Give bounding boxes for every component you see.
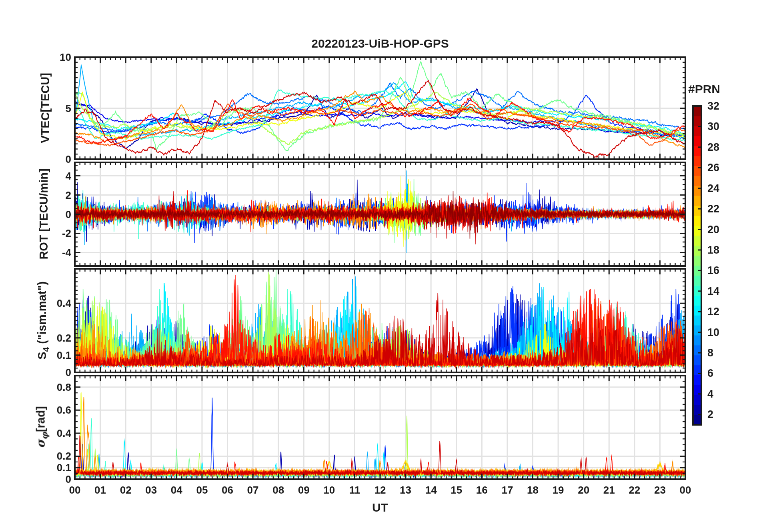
x-tick-label: 09 [298, 484, 310, 496]
x-tick-label: 23 [654, 484, 666, 496]
x-tick-label: 07 [247, 484, 259, 496]
x-tick-label: 06 [222, 484, 233, 496]
y-tick-label: 0 [66, 208, 71, 220]
gps-scintillation-figure: 20220123-UiB-HOP-GPS VTEC[TECU] ROT [TEC… [0, 0, 761, 532]
colorbar-tick-label: 30 [707, 120, 719, 133]
x-tick-label: 20 [578, 484, 589, 496]
x-axis-label: UT [372, 501, 388, 514]
colorbar-tick-label: 24 [707, 182, 719, 194]
colorbar-title: #PRN [688, 82, 720, 96]
colorbar-tick-label: 8 [707, 347, 713, 359]
x-tick-label: 11 [349, 484, 360, 496]
y-tick-label: 0.4 [57, 297, 71, 310]
y-axis-label-sigmaphi-text: σ [34, 440, 48, 448]
x-tick-label: 19 [553, 484, 564, 496]
x-tick-label: 05 [196, 484, 208, 496]
colorbar-tick-label: 4 [707, 388, 713, 400]
y-tick-label: 0.8 [57, 381, 71, 393]
colorbar-tick-label: 22 [707, 203, 719, 215]
x-tick-label: 13 [400, 484, 411, 496]
colorbar-tick-label: 32 [707, 100, 719, 112]
y-tick-label: 0.4 [57, 427, 71, 439]
x-tick-label: 16 [476, 484, 488, 496]
colorbar-tick-label: 18 [707, 244, 719, 256]
colorbar-tick-label: 16 [707, 264, 719, 277]
y-tick-label: 5 [66, 102, 71, 114]
y-axis-label-rot-text: ROT [TECU/min] [37, 168, 50, 259]
x-tick-label: 22 [629, 484, 640, 496]
y-tick-label: 0 [66, 366, 71, 379]
figure-title: 20220123-UiB-HOP-GPS [311, 37, 449, 50]
y-tick-label: 0.2 [57, 450, 71, 462]
y-axis-label-sigmaphi: σφ[rad] [34, 406, 50, 448]
colorbar-tick-label: 26 [707, 162, 719, 174]
y-tick-label: 0.2 [57, 332, 71, 344]
x-tick-label: 15 [451, 484, 462, 496]
x-tick-label: 18 [527, 484, 539, 496]
x-tick-label: 10 [323, 484, 335, 496]
colorbar-tick-label: 28 [707, 141, 719, 153]
y-tick-label: 2 [66, 189, 71, 201]
x-tick-label: 00 [69, 484, 81, 496]
colorbar-tick-label: 6 [707, 367, 713, 380]
x-tick-label: 08 [272, 484, 284, 496]
y-axis-label-vtec-text: VTEC[TECU] [39, 73, 52, 143]
y-tick-label: 0.6 [57, 404, 71, 416]
y-tick-label: -4 [62, 246, 71, 259]
y-tick-label: 4 [66, 170, 71, 182]
y-axis-label-vtec: VTEC[TECU] [39, 73, 54, 143]
x-tick-label: 21 [603, 484, 615, 496]
colorbar-tick-label: 10 [707, 326, 719, 338]
x-tick-label: 01 [94, 484, 106, 496]
x-tick-label: 00 [680, 484, 691, 496]
y-tick-label: 0.1 [57, 462, 71, 474]
y-tick-label: 0.1 [57, 349, 71, 361]
y-tick-label: 0 [66, 153, 71, 166]
x-tick-label: 02 [120, 484, 132, 496]
colorbar-tick-label: 14 [707, 285, 719, 297]
y-axis-label-s4-text: S [36, 352, 48, 359]
y-tick-label: -2 [62, 227, 71, 240]
x-tick-label: 17 [501, 484, 513, 496]
x-tick-label: 03 [145, 484, 157, 496]
colorbar-tick-label: 20 [707, 223, 719, 236]
y-tick-label: 0 [66, 473, 71, 486]
x-tick-label: 04 [171, 484, 182, 496]
y-tick-label: 10 [60, 51, 71, 64]
x-tick-label: 12 [374, 484, 386, 496]
plot-canvas [0, 0, 761, 532]
x-tick-label: 14 [425, 484, 437, 496]
colorbar-tick-label: 2 [707, 408, 713, 421]
y-axis-label-s4: S4 ("ism.mat") [36, 281, 51, 360]
y-axis-label-rot: ROT [TECU/min] [37, 168, 52, 259]
colorbar-tick-label: 12 [707, 306, 719, 318]
